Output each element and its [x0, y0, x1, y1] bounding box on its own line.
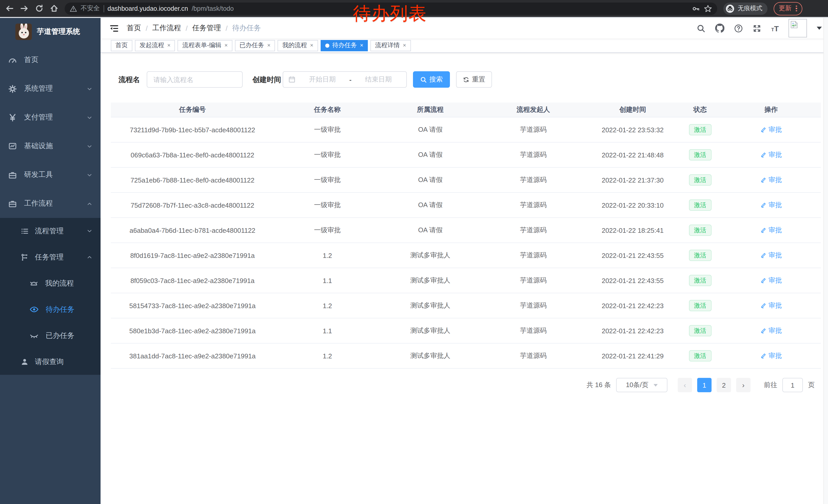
page-header: 首页 / 工作流程 / 任务管理 / 待办任务 TT — [100, 18, 828, 39]
tab-todo-tasks[interactable]: 待办任务× — [321, 40, 368, 51]
status-badge: 激活 — [689, 149, 711, 161]
cell-actions: 审批 — [721, 251, 821, 260]
sidebar-item-leave-query[interactable]: 请假查询 — [0, 349, 100, 375]
sidebar-item-label: 工作流程 — [24, 199, 53, 208]
cell-created: 2022-01-21 22:43:55 — [587, 277, 679, 284]
sidebar-item-infrastructure[interactable]: 基础设施 — [0, 132, 100, 161]
approve-link[interactable]: 审批 — [760, 351, 782, 360]
date-range-picker[interactable]: 开始日期 - 结束日期 — [283, 71, 407, 88]
home-icon[interactable] — [50, 4, 58, 13]
sidebar-item-todo-tasks[interactable]: 待办任务 — [0, 296, 100, 322]
cell-actions: 审批 — [721, 226, 821, 235]
next-page-button[interactable]: › — [736, 378, 750, 392]
approve-link[interactable]: 审批 — [760, 150, 782, 159]
approve-link[interactable]: 审批 — [760, 226, 782, 235]
scrollbar[interactable] — [823, 18, 828, 504]
sidebar-item-payment[interactable]: 支付管理 — [0, 103, 100, 132]
breadcrumb-home[interactable]: 首页 — [127, 24, 141, 33]
column-status: 状态 — [679, 105, 721, 114]
status-badge: 激活 — [689, 300, 711, 311]
app-logo[interactable]: 芋道管理系统 — [0, 18, 100, 46]
incognito-badge[interactable]: 无痕模式 — [723, 2, 768, 15]
approve-link[interactable]: 审批 — [760, 251, 782, 260]
cell-process: OA 请假 — [381, 150, 480, 159]
star-icon[interactable] — [704, 4, 712, 12]
cell-task-name: 1.2 — [274, 352, 381, 360]
tab-process-detail[interactable]: 流程详情× — [370, 40, 411, 51]
table-row: 58154733-7ac8-11ec-a9e2-a2380e71991a 1.2… — [111, 293, 821, 318]
prev-page-button[interactable]: ‹ — [678, 378, 692, 392]
close-icon[interactable]: × — [310, 43, 314, 48]
tab-home[interactable]: 首页 — [111, 40, 132, 51]
edit-icon — [760, 127, 767, 133]
approve-link[interactable]: 审批 — [760, 125, 782, 134]
reload-icon[interactable] — [35, 4, 44, 13]
url-host: dashboard.yudao.iocoder.cn — [108, 5, 188, 12]
url-path: /bpm/task/todo — [192, 5, 234, 12]
update-button[interactable]: 更新 — [774, 2, 802, 15]
back-icon[interactable] — [5, 4, 14, 13]
sidebar-item-my-process[interactable]: 我的流程 — [0, 270, 100, 296]
font-size-icon[interactable]: TT — [771, 24, 779, 33]
page-size-select[interactable]: 10条/页 — [616, 378, 667, 392]
cell-starter: 芋道源码 — [480, 226, 586, 235]
approve-link[interactable]: 审批 — [760, 200, 782, 210]
task-table: 任务编号 任务名称 所属流程 流程发起人 创建时间 状态 操作 73211d9d… — [111, 102, 821, 369]
table-row: 8f0d1619-7ac8-11ec-a9e2-a2380e71991a 1.2… — [111, 243, 821, 268]
tab-my-process[interactable]: 我的流程× — [278, 40, 318, 51]
header-actions: TT — [697, 19, 822, 37]
sidebar-item-done-tasks[interactable]: 已办任务 — [0, 322, 100, 349]
cell-actions: 审批 — [721, 326, 821, 335]
sidebar-item-task-management[interactable]: 任务管理 — [0, 244, 100, 270]
tab-done-tasks[interactable]: 已办任务× — [235, 40, 275, 51]
close-icon[interactable]: × — [224, 43, 228, 48]
browser-menu-icon[interactable] — [796, 6, 797, 11]
close-icon[interactable]: × — [403, 43, 406, 48]
breadcrumb-workflow[interactable]: 工作流程 — [152, 24, 181, 33]
sidebar-item-workflow[interactable]: 工作流程 — [0, 189, 100, 218]
chevron-down-icon — [87, 228, 92, 234]
page-button-1[interactable]: 1 — [697, 378, 711, 392]
table-row: 8f059c03-7ac8-11ec-a9e2-a2380e71991a 1.1… — [111, 268, 821, 293]
approve-link[interactable]: 审批 — [760, 175, 782, 185]
cell-created: 2022-01-21 22:41:29 — [587, 352, 679, 360]
app-title: 芋道管理系统 — [37, 27, 80, 36]
search-icon[interactable] — [697, 24, 706, 33]
approve-link[interactable]: 审批 — [760, 276, 782, 285]
sidebar-item-label: 任务管理 — [35, 253, 64, 262]
column-process: 所属流程 — [381, 105, 480, 114]
forward-icon[interactable] — [20, 4, 29, 13]
status-badge: 激活 — [689, 350, 711, 362]
cell-starter: 芋道源码 — [480, 175, 586, 185]
close-icon[interactable]: × — [360, 43, 364, 48]
sidebar-item-process-management[interactable]: 流程管理 — [0, 218, 100, 244]
cell-process: 测试多审批人 — [381, 351, 480, 360]
sidebar-item-system[interactable]: 系统管理 — [0, 74, 100, 103]
sidebar-item-home[interactable]: 首页 — [0, 46, 100, 74]
tab-start-process[interactable]: 发起流程× — [135, 40, 175, 51]
security-label[interactable]: 不安全 — [81, 4, 100, 13]
reset-button[interactable]: 重置 — [456, 71, 492, 88]
collapse-sidebar-icon[interactable] — [109, 23, 119, 33]
close-icon[interactable]: × — [167, 43, 171, 48]
breadcrumb-task-management[interactable]: 任务管理 — [192, 24, 221, 33]
edit-icon — [760, 177, 767, 183]
page-button-2[interactable]: 2 — [717, 378, 731, 392]
github-icon[interactable] — [715, 24, 724, 33]
help-icon[interactable] — [734, 24, 743, 33]
process-name-input[interactable] — [147, 71, 243, 88]
approve-link[interactable]: 审批 — [760, 326, 782, 335]
approve-link[interactable]: 审批 — [760, 301, 782, 310]
key-icon[interactable] — [692, 4, 700, 12]
close-icon[interactable]: × — [267, 43, 271, 48]
avatar[interactable] — [788, 19, 807, 37]
tab-form-edit[interactable]: 流程表单-编辑× — [178, 40, 233, 51]
goto-page-input[interactable] — [782, 378, 803, 392]
sidebar: 芋道管理系统 首页 系统管理 支付管理 基础设施 研发工具 工作流 — [0, 18, 100, 504]
sidebar-item-dev-tools[interactable]: 研发工具 — [0, 161, 100, 189]
fullscreen-icon[interactable] — [753, 24, 761, 33]
table-row: 73211d9d-7b9b-11ec-b5b7-acde48001122 一级审… — [111, 118, 821, 142]
cell-created: 2022-01-22 18:25:41 — [587, 226, 679, 234]
search-button[interactable]: 搜索 — [413, 71, 450, 88]
avatar-dropdown-icon[interactable] — [817, 27, 822, 30]
